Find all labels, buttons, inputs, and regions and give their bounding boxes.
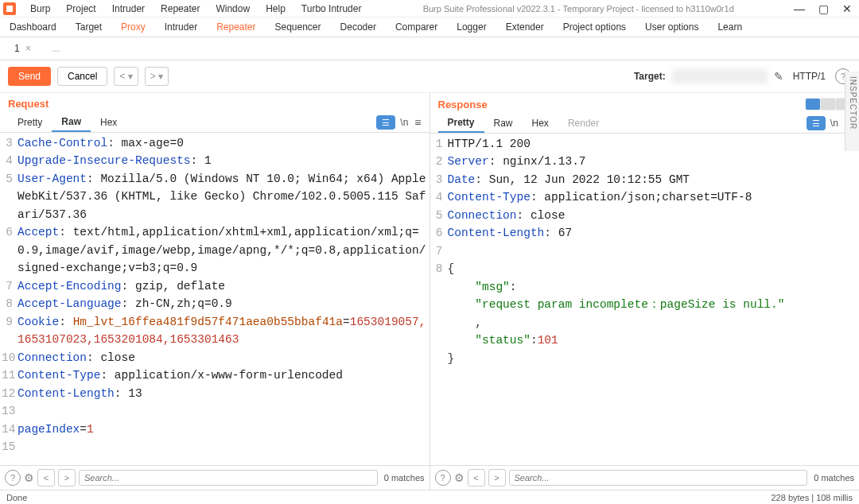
response-actions-icon[interactable]: ☰ xyxy=(807,116,826,130)
inspector-tab[interactable]: INSPECTOR xyxy=(845,72,859,151)
http-version-label[interactable]: HTTP/1 xyxy=(790,67,829,86)
tab-sequencer[interactable]: Sequencer xyxy=(266,17,331,37)
request-title: Request xyxy=(8,98,49,110)
tab-learn[interactable]: Learn xyxy=(708,17,752,37)
tab-intruder[interactable]: Intruder xyxy=(155,17,207,37)
window-maximize-icon[interactable]: ▢ xyxy=(811,0,835,17)
request-match-count: 0 matches xyxy=(384,473,425,483)
request-view-raw[interactable]: Raw xyxy=(52,113,91,132)
layout-columns-icon[interactable] xyxy=(806,99,820,110)
newline-toggle-icon[interactable]: \n xyxy=(400,117,408,128)
response-search-input[interactable] xyxy=(509,470,808,486)
tab-user-options[interactable]: User options xyxy=(636,17,708,37)
app-logo-icon xyxy=(3,2,16,15)
repeater-tab-1-label: 1 xyxy=(14,43,20,54)
history-forward-button[interactable]: > ▾ xyxy=(145,67,169,86)
response-view-pretty[interactable]: Pretty xyxy=(438,114,484,133)
response-settings-icon[interactable]: ⚙ xyxy=(454,471,464,484)
status-right: 228 bytes | 108 millis xyxy=(771,493,853,502)
response-column: Response Pretty Raw Hex Render ☰ \n ≡ 1H… xyxy=(430,93,860,490)
response-view-hex[interactable]: Hex xyxy=(523,114,558,132)
menu-repeater[interactable]: Repeater xyxy=(153,2,208,16)
tab-comparer[interactable]: Comparer xyxy=(386,17,447,37)
request-view-hex[interactable]: Hex xyxy=(91,114,126,131)
response-help-icon[interactable]: ? xyxy=(435,470,451,486)
response-view-raw[interactable]: Raw xyxy=(484,114,523,132)
window-close-icon[interactable]: ✕ xyxy=(835,0,859,17)
menu-help[interactable]: Help xyxy=(258,2,293,16)
menu-burp[interactable]: Burp xyxy=(22,2,58,16)
menubar: Burp Project Intruder Repeater Window He… xyxy=(0,0,859,17)
request-settings-icon[interactable]: ⚙ xyxy=(24,471,34,484)
request-actions-icon[interactable]: ☰ xyxy=(376,115,395,130)
request-help-icon[interactable]: ? xyxy=(5,470,21,486)
status-left: Done xyxy=(6,493,27,502)
target-label: Target: xyxy=(634,71,666,82)
response-next-match-button[interactable]: > xyxy=(488,469,506,487)
repeater-tab-add[interactable]: ... xyxy=(45,41,66,56)
tab-dashboard[interactable]: Dashboard xyxy=(0,17,66,37)
tab-logger[interactable]: Logger xyxy=(447,17,496,37)
response-title: Response xyxy=(438,99,488,110)
request-menu-icon[interactable]: ≡ xyxy=(414,116,421,129)
repeater-tab-1[interactable]: 1 × xyxy=(8,41,37,56)
target-host[interactable] xyxy=(672,69,768,83)
request-editor[interactable]: 3Cache-Control: max-age=04Upgrade-Insecu… xyxy=(0,133,430,465)
action-bar: Send Cancel < ▾ > ▾ Target: ✎ HTTP/1 ? xyxy=(0,60,859,93)
response-editor[interactable]: 1HTTP/1.1 2002Server: nginx/1.13.73Date:… xyxy=(430,134,860,465)
tab-proxy[interactable]: Proxy xyxy=(111,17,155,37)
status-bar: Done 228 bytes | 108 millis xyxy=(0,490,859,504)
request-next-match-button[interactable]: > xyxy=(58,469,76,487)
send-button[interactable]: Send xyxy=(8,67,51,86)
response-view-render[interactable]: Render xyxy=(558,114,608,132)
response-match-count: 0 matches xyxy=(814,473,854,483)
request-search-input[interactable] xyxy=(79,470,378,486)
menu-window[interactable]: Window xyxy=(208,2,258,16)
menu-intruder[interactable]: Intruder xyxy=(104,2,153,16)
tab-project-options[interactable]: Project options xyxy=(554,17,636,37)
tab-repeater[interactable]: Repeater xyxy=(207,17,265,37)
menu-project[interactable]: Project xyxy=(58,2,103,16)
layout-rows-icon[interactable] xyxy=(821,99,835,110)
request-view-pretty[interactable]: Pretty xyxy=(8,114,52,131)
close-tab-icon[interactable]: × xyxy=(25,43,31,54)
tab-decoder[interactable]: Decoder xyxy=(331,17,386,37)
tab-target[interactable]: Target xyxy=(66,17,111,37)
cancel-button[interactable]: Cancel xyxy=(57,67,107,86)
history-back-button[interactable]: < ▾ xyxy=(114,67,138,86)
editor-columns: Request Pretty Raw Hex ☰ \n ≡ 3Cache-Con… xyxy=(0,93,859,490)
menu-turbo-intruder[interactable]: Turbo Intruder xyxy=(293,2,370,16)
window-title: Burp Suite Professional v2022.3.1 - Temp… xyxy=(369,4,787,14)
response-footer: ? ⚙ < > 0 matches xyxy=(430,465,860,490)
request-prev-match-button[interactable]: < xyxy=(37,469,55,487)
response-prev-match-button[interactable]: < xyxy=(468,469,485,487)
window-minimize-icon[interactable]: — xyxy=(787,0,811,17)
main-tablist: Dashboard Target Proxy Intruder Repeater… xyxy=(0,17,859,37)
response-newline-icon[interactable]: \n xyxy=(830,118,838,129)
request-column: Request Pretty Raw Hex ☰ \n ≡ 3Cache-Con… xyxy=(0,93,430,490)
request-footer: ? ⚙ < > 0 matches xyxy=(0,465,430,490)
tab-extender[interactable]: Extender xyxy=(496,17,554,37)
repeater-subtabs: 1 × ... xyxy=(0,37,859,60)
edit-target-icon[interactable]: ✎ xyxy=(774,70,783,83)
